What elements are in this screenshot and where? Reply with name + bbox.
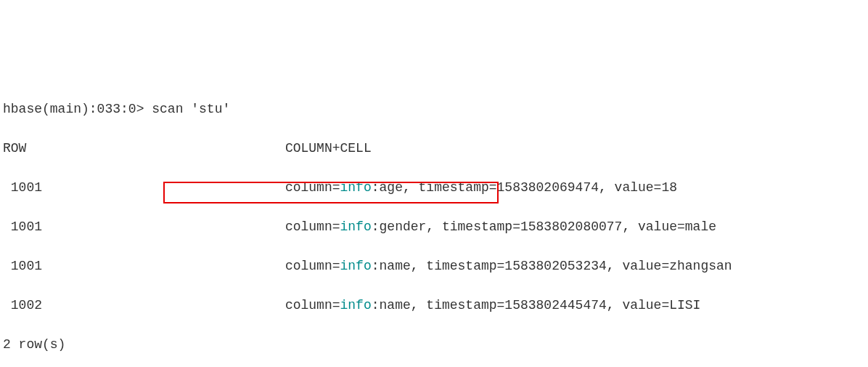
- terminal-line-scan1[interactable]: hbase(main):033:0> scan 'stu': [3, 100, 865, 119]
- col-prefix: column=: [285, 180, 340, 195]
- col-prefix: column=: [285, 219, 340, 234]
- cmd-string: 'stu': [191, 102, 230, 116]
- terminal-output: hbase(main):033:0> scan 'stu' ROW COLUMN…: [3, 80, 865, 367]
- rowkey: 1002: [11, 298, 42, 312]
- data-row: 1002 column=info:name, timestamp=1583802…: [3, 296, 865, 315]
- cmd-text: scan: [152, 102, 191, 116]
- info-token: info: [340, 298, 372, 312]
- row-count: 2 row(s): [3, 335, 865, 355]
- col-suffix: :gender, timestamp=1583802080077, value=…: [372, 219, 716, 234]
- data-row: 1001 column=info:name, timestamp=1583802…: [3, 257, 865, 276]
- rowkey: 1001: [11, 259, 42, 273]
- col-suffix: :name, timestamp=1583802053234, value=zh…: [372, 259, 732, 273]
- rowkey: 1001: [11, 180, 42, 195]
- col-suffix: :age, timestamp=1583802069474, value=18: [372, 180, 677, 195]
- info-token: info: [340, 180, 372, 195]
- header-col: COLUMN+CELL: [285, 141, 372, 156]
- data-row: 1001 column=info:gender, timestamp=15838…: [3, 217, 865, 237]
- info-token: info: [340, 259, 372, 273]
- col-prefix: column=: [285, 298, 340, 312]
- prompt: hbase(main):033:0>: [3, 102, 152, 116]
- header-line: ROW COLUMN+CELL: [3, 139, 865, 158]
- header-row: ROW: [3, 141, 26, 156]
- data-row: 1001 column=info:age, timestamp=15838020…: [3, 178, 865, 198]
- rowkey: 1001: [11, 219, 42, 234]
- col-prefix: column=: [285, 259, 340, 273]
- col-suffix: :name, timestamp=1583802445474, value=LI…: [372, 298, 701, 312]
- info-token: info: [340, 219, 372, 234]
